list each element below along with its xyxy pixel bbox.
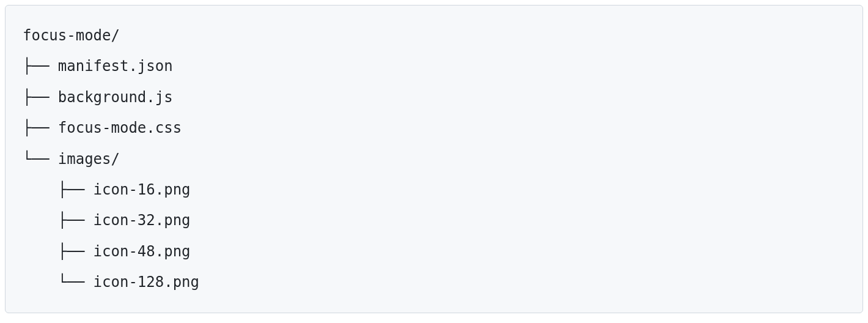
tree-file: └── icon-128.png <box>23 273 199 291</box>
tree-folder: └── images/ <box>23 150 120 168</box>
tree-file: ├── background.js <box>23 89 173 106</box>
tree-file: ├── manifest.json <box>23 58 173 75</box>
tree-file: ├── focus-mode.css <box>23 119 182 136</box>
tree-file: ├── icon-16.png <box>23 181 191 198</box>
tree-file: ├── icon-48.png <box>23 243 191 260</box>
tree-root: focus-mode/ <box>23 27 120 44</box>
file-tree-block: focus-mode/ ├── manifest.json ├── backgr… <box>5 5 863 313</box>
tree-file: ├── icon-32.png <box>23 212 191 229</box>
